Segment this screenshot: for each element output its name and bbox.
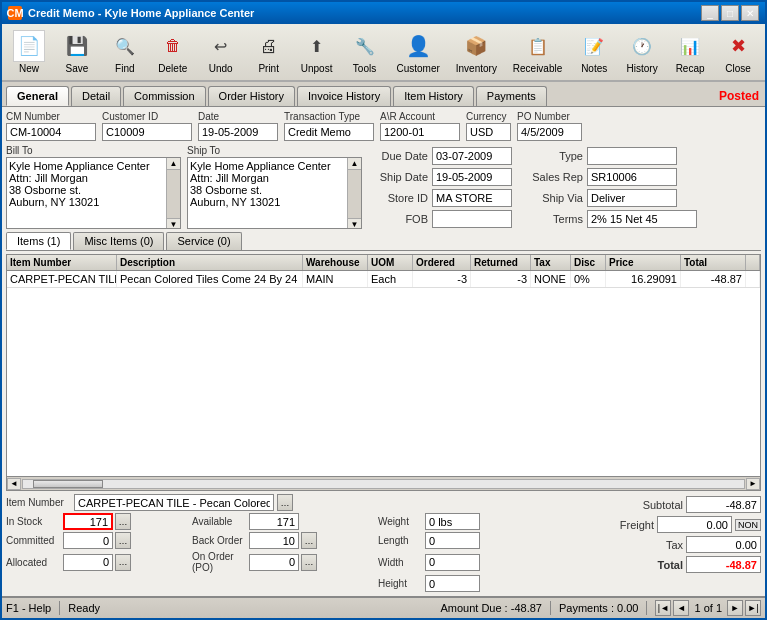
fob-input[interactable] (432, 210, 512, 228)
store-id-input[interactable] (432, 189, 512, 207)
hscroll-left-button[interactable]: ◄ (7, 478, 21, 490)
ship-date-row: Ship Date (368, 168, 512, 186)
cell-empty (746, 271, 760, 287)
hscroll-thumb[interactable] (33, 480, 103, 488)
customer-button[interactable]: 👤 Customer (390, 27, 447, 77)
horizontal-scrollbar[interactable]: ◄ ► (7, 476, 760, 490)
nav-next-button[interactable]: ► (727, 600, 743, 616)
receivable-button[interactable]: 📋 Receivable (506, 27, 569, 77)
ship-via-label: Ship Via (518, 192, 583, 204)
bottom-section: Item Number … In Stock … Available (6, 494, 761, 592)
transaction-type-label: Transaction Type (284, 111, 374, 122)
currency-input[interactable] (466, 123, 511, 141)
bill-to-section: Bill To ▲ ▼ (6, 145, 181, 229)
tab-general[interactable]: General (6, 86, 69, 106)
available-input[interactable] (249, 513, 299, 530)
customer-icon: 👤 (402, 30, 434, 62)
back-order-input[interactable] (249, 532, 299, 549)
print-button[interactable]: 🖨 Print (246, 27, 292, 77)
tab-invoice-history[interactable]: Invoice History (297, 86, 391, 106)
receivable-label: Receivable (513, 63, 562, 74)
on-order-browse-button[interactable]: … (301, 554, 317, 571)
tax-label: Tax (633, 539, 683, 551)
width-label: Width (378, 557, 423, 568)
summary-section: Subtotal Freight NON Tax Total (566, 494, 761, 592)
back-order-browse-button[interactable]: … (301, 532, 317, 549)
sales-rep-input[interactable] (587, 168, 677, 186)
new-button[interactable]: 📄 New (6, 27, 52, 77)
table-row[interactable]: CARPET-PECAN TILE Pecan Colored Tiles Co… (7, 271, 760, 288)
item-number-detail-input[interactable] (74, 494, 274, 511)
sub-tab-service[interactable]: Service (0) (166, 232, 241, 250)
history-button[interactable]: 🕐 History (619, 27, 665, 77)
due-date-input[interactable] (432, 147, 512, 165)
nav-controls: |◄ ◄ 1 of 1 ► ►| (655, 600, 761, 616)
maximize-button[interactable]: □ (721, 5, 739, 21)
ship-to-textarea[interactable] (188, 158, 347, 228)
close-button[interactable]: ✖ Close (715, 27, 761, 77)
inventory-button[interactable]: 📦 Inventory (449, 27, 504, 77)
customer-id-input[interactable] (102, 123, 192, 141)
committed-browse-button[interactable]: … (115, 532, 131, 549)
delete-button[interactable]: 🗑 Delete (150, 27, 196, 77)
freight-value[interactable] (657, 516, 732, 533)
tab-payments[interactable]: Payments (476, 86, 547, 106)
cm-number-input[interactable] (6, 123, 96, 141)
tab-detail[interactable]: Detail (71, 86, 121, 106)
col-returned: Returned (471, 255, 531, 270)
item-number-browse-button[interactable]: … (277, 494, 293, 511)
save-button[interactable]: 💾 Save (54, 27, 100, 77)
date-input[interactable] (198, 123, 278, 141)
weight-input[interactable] (425, 513, 480, 530)
height-input[interactable] (425, 575, 480, 592)
ship-date-input[interactable] (432, 168, 512, 186)
subtotal-row: Subtotal (566, 496, 761, 513)
status-text: Ready (68, 602, 100, 614)
tab-commission[interactable]: Commission (123, 86, 206, 106)
height-label: Height (378, 578, 423, 589)
width-input[interactable] (425, 554, 480, 571)
on-order-input[interactable] (249, 554, 299, 571)
nav-first-button[interactable]: |◄ (655, 600, 671, 616)
allocated-input[interactable] (63, 554, 113, 571)
undo-icon: ↩ (205, 30, 237, 62)
recap-button[interactable]: 📊 Recap (667, 27, 713, 77)
po-number-input[interactable] (517, 123, 582, 141)
transaction-type-input[interactable] (284, 123, 374, 141)
nav-last-button[interactable]: ►| (745, 600, 761, 616)
back-order-label: Back Order (192, 535, 247, 546)
fob-label: FOB (368, 213, 428, 225)
tools-label: Tools (353, 63, 376, 74)
in-stock-input[interactable] (63, 513, 113, 530)
committed-input[interactable] (63, 532, 113, 549)
ship-via-input[interactable] (587, 189, 677, 207)
minimize-button[interactable]: _ (701, 5, 719, 21)
cell-ordered: -3 (413, 271, 471, 287)
length-input[interactable] (425, 532, 480, 549)
unpost-button[interactable]: ⬆ Unpost (294, 27, 340, 77)
col-scroll (746, 255, 760, 270)
length-label: Length (378, 535, 423, 546)
hscroll-right-button[interactable]: ► (746, 478, 760, 490)
undo-button[interactable]: ↩ Undo (198, 27, 244, 77)
sub-tab-items[interactable]: Items (1) (6, 232, 71, 250)
col-total: Total (681, 255, 746, 270)
notes-button[interactable]: 📝 Notes (571, 27, 617, 77)
bill-to-textarea[interactable] (7, 158, 166, 228)
tab-item-history[interactable]: Item History (393, 86, 474, 106)
ar-account-input[interactable] (380, 123, 460, 141)
nav-prev-button[interactable]: ◄ (673, 600, 689, 616)
in-stock-browse-button[interactable]: … (115, 513, 131, 530)
window-close-button[interactable]: ✕ (741, 5, 759, 21)
allocated-browse-button[interactable]: … (115, 554, 131, 571)
type-input[interactable] (587, 147, 677, 165)
table-body: CARPET-PECAN TILE Pecan Colored Tiles Co… (7, 271, 760, 476)
tools-button[interactable]: 🔧 Tools (342, 27, 388, 77)
col-tax: Tax (531, 255, 571, 270)
find-button[interactable]: 🔍 Find (102, 27, 148, 77)
status-divider-2 (550, 601, 551, 615)
tab-order-history[interactable]: Order History (208, 86, 295, 106)
sub-tab-misc-items[interactable]: Misc Items (0) (73, 232, 164, 250)
ship-to-section: Ship To ▲ ▼ (187, 145, 362, 229)
terms-input[interactable] (587, 210, 697, 228)
